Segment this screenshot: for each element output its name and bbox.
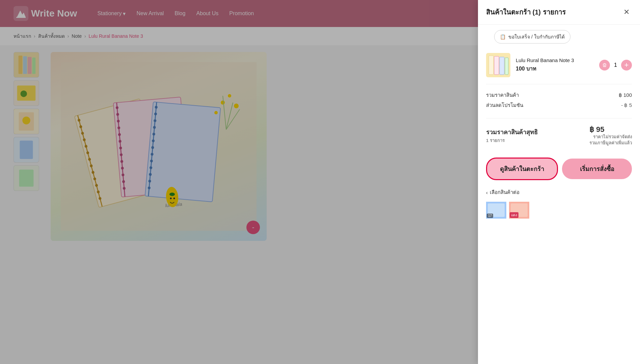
receipt-icon: 📋 (500, 34, 506, 39)
summary-total-row: รวมราคาสินค้าสุทธิ 1 รายการ ฿ 95 ราคาไม่… (486, 125, 632, 146)
cart-divider-1 (486, 84, 632, 84)
subtotal-label: รวมราคาสินค้า (486, 91, 519, 99)
svg-rect-83 (505, 58, 508, 75)
cart-item-quantity: 1 (614, 62, 617, 68)
side-thumb-badge-2: แดง (510, 212, 518, 218)
cart-close-button[interactable]: ✕ (621, 7, 632, 18)
cart-item-image (486, 53, 510, 77)
cart-item: Lulu Rural Banana Note 3 100 บาท 1 + (478, 49, 640, 81)
cart-title: สินค้าในตะกร้า (1) รายการ (486, 7, 566, 18)
continue-shopping[interactable]: ‹ เลือกสินค้าต่อ (478, 187, 640, 202)
items-count: 1 รายการ (486, 137, 538, 144)
cart-item-price: 100 บาท (516, 64, 594, 73)
receipt-btn-container: 📋 ขอใบเสร็จ / ใบกำกับภาษีได้ (478, 25, 640, 49)
subtotal-value: ฿ 100 (619, 92, 632, 98)
summary-subtotal-row: รวมราคาสินค้า ฿ 100 (486, 91, 632, 99)
side-thumb-badge-1: 17 (487, 214, 493, 218)
cart-item-quantity-controls: 1 + (599, 60, 632, 71)
svg-rect-81 (494, 56, 499, 75)
cart-action-buttons: ดูสินค้าในตะกร้า เริ่มการสั่งซื้อ (478, 151, 640, 187)
chevron-left-icon: ‹ (486, 190, 488, 195)
side-thumb-1[interactable]: 17 (486, 202, 506, 219)
view-cart-button[interactable]: ดูสินค้าในตะกร้า (486, 158, 558, 180)
receipt-button[interactable]: 📋 ขอใบเสร็จ / ใบกำกับภาษีได้ (494, 30, 570, 44)
shipping-note: ราคาไม่รวมค่าจัดส่ง รวมภาษีมูลค่าเพิ่มแล… (589, 134, 632, 146)
cart-side-thumbnails: 17 แดง (486, 202, 632, 219)
total-label: รวมราคาสินค้าสุทธิ (486, 127, 538, 137)
side-thumb-2[interactable]: แดง (509, 202, 529, 219)
order-button[interactable]: เริ่มการสั่งซื้อ (562, 159, 632, 179)
cart-header: สินค้าในตะกร้า (1) รายการ ✕ (478, 0, 640, 25)
cart-item-delete-button[interactable] (599, 60, 610, 71)
cart-panel: สินค้าในตะกร้า (1) รายการ ✕ 📋 ขอใบเสร็จ … (478, 0, 640, 364)
cart-item-add-button[interactable]: + (621, 60, 632, 71)
svg-rect-82 (500, 57, 504, 75)
discount-value: - ฿ 5 (621, 102, 632, 108)
cart-divider-2 (486, 118, 632, 118)
cart-item-info: Lulu Rural Banana Note 3 100 บาท (516, 57, 594, 73)
total-value: ฿ 95 (589, 125, 632, 134)
cart-total-summary: รวมราคาสินค้าสุทธิ 1 รายการ ฿ 95 ราคาไม่… (478, 121, 640, 151)
summary-discount-row: ส่วนลดโปรโมชัน - ฿ 5 (486, 101, 632, 109)
cart-item-name: Lulu Rural Banana Note 3 (516, 57, 594, 63)
discount-label: ส่วนลดโปรโมชัน (486, 101, 523, 109)
cart-summary: รวมราคาสินค้า ฿ 100 ส่วนลดโปรโมชัน - ฿ 5 (478, 87, 640, 115)
svg-rect-80 (489, 56, 494, 75)
